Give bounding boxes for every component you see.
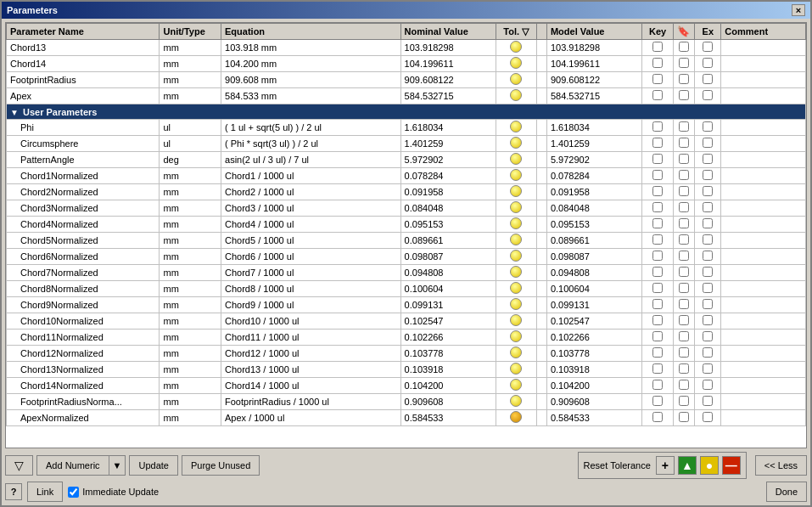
fav-cell[interactable]: [674, 233, 695, 249]
add-numeric-button[interactable]: Add Numeric: [36, 455, 109, 476]
key-checkbox[interactable]: [652, 90, 663, 100]
key-checkbox[interactable]: [652, 170, 663, 180]
ex-checkbox[interactable]: [703, 363, 713, 374]
ex-checkbox[interactable]: [703, 251, 713, 261]
comment-cell[interactable]: [721, 72, 806, 88]
link-button[interactable]: Link: [27, 482, 63, 502]
ex-cell[interactable]: [695, 168, 721, 184]
fav-checkbox[interactable]: [679, 186, 689, 196]
fav-checkbox[interactable]: [679, 251, 689, 261]
tol-yellow-button[interactable]: ●: [700, 456, 719, 475]
key-checkbox[interactable]: [652, 74, 663, 84]
ex-checkbox[interactable]: [703, 283, 713, 293]
key-cell[interactable]: [641, 168, 673, 184]
ex-cell[interactable]: [695, 40, 721, 56]
fav-cell[interactable]: [674, 40, 695, 56]
ex-cell[interactable]: [695, 56, 721, 72]
ex-cell[interactable]: [695, 217, 721, 233]
key-checkbox[interactable]: [652, 58, 663, 68]
fav-checkbox[interactable]: [679, 218, 689, 228]
equation-cell[interactable]: 104.200 mm: [221, 56, 401, 72]
key-cell[interactable]: [641, 184, 673, 200]
fav-checkbox[interactable]: [679, 90, 689, 100]
comment-cell[interactable]: [721, 168, 806, 184]
param-name-cell[interactable]: Chord2Normalized: [7, 184, 160, 200]
key-cell[interactable]: [641, 362, 673, 378]
param-name-cell[interactable]: Chord7Normalized: [7, 265, 160, 281]
equation-cell[interactable]: 103.918 mm: [221, 40, 401, 56]
equation-cell[interactable]: asin(2 ul / 3 ul) / 7 ul: [221, 152, 401, 168]
param-name-cell[interactable]: Chord3Normalized: [7, 200, 160, 217]
fav-cell[interactable]: [674, 56, 695, 72]
fav-checkbox[interactable]: [679, 74, 689, 84]
key-cell[interactable]: [641, 394, 673, 410]
ex-cell[interactable]: [695, 233, 721, 249]
fav-checkbox[interactable]: [679, 283, 689, 293]
ex-checkbox[interactable]: [703, 315, 713, 325]
ex-checkbox[interactable]: [703, 186, 713, 196]
ex-checkbox[interactable]: [703, 299, 713, 309]
key-cell[interactable]: [641, 136, 673, 152]
key-checkbox[interactable]: [652, 251, 663, 261]
expand-icon[interactable]: ▼: [10, 108, 19, 117]
key-cell[interactable]: [641, 346, 673, 362]
equation-cell[interactable]: Chord1 / 1000 ul: [221, 168, 401, 184]
ex-cell[interactable]: [695, 362, 721, 378]
fav-cell[interactable]: [674, 378, 695, 394]
param-name-cell[interactable]: Chord14: [7, 56, 160, 72]
key-cell[interactable]: [641, 56, 673, 72]
table-row[interactable]: Chord11Normalized mm Chord11 / 1000 ul 0…: [7, 330, 806, 346]
ex-cell[interactable]: [695, 200, 721, 217]
key-checkbox[interactable]: [652, 315, 663, 325]
ex-checkbox[interactable]: [703, 234, 713, 245]
key-checkbox[interactable]: [652, 412, 663, 422]
equation-cell[interactable]: Chord11 / 1000 ul: [221, 330, 401, 346]
key-cell[interactable]: [641, 120, 673, 136]
ex-cell[interactable]: [695, 88, 721, 104]
param-name-cell[interactable]: Chord11Normalized: [7, 330, 160, 346]
table-row[interactable]: Chord6Normalized mm Chord6 / 1000 ul 0.0…: [7, 249, 806, 265]
comment-cell[interactable]: [721, 265, 806, 281]
ex-cell[interactable]: [695, 184, 721, 200]
fav-cell[interactable]: [674, 168, 695, 184]
table-row[interactable]: PatternAngle deg asin(2 ul / 3 ul) / 7 u…: [7, 152, 806, 168]
fav-cell[interactable]: [674, 265, 695, 281]
fav-cell[interactable]: [674, 297, 695, 313]
table-row[interactable]: Chord4Normalized mm Chord4 / 1000 ul 0.0…: [7, 217, 806, 233]
close-button[interactable]: ×: [792, 4, 805, 16]
equation-cell[interactable]: Chord8 / 1000 ul: [221, 281, 401, 297]
fav-cell[interactable]: [674, 136, 695, 152]
key-cell[interactable]: [641, 217, 673, 233]
param-name-cell[interactable]: PatternAngle: [7, 152, 160, 168]
comment-cell[interactable]: [721, 56, 806, 72]
ex-checkbox[interactable]: [703, 138, 713, 148]
key-checkbox[interactable]: [652, 121, 663, 132]
fav-checkbox[interactable]: [679, 380, 689, 390]
ex-cell[interactable]: [695, 410, 721, 426]
table-row[interactable]: Chord12Normalized mm Chord12 / 1000 ul 0…: [7, 346, 806, 362]
header-tol[interactable]: Tol. ▽: [496, 24, 536, 40]
fav-checkbox[interactable]: [679, 138, 689, 148]
comment-cell[interactable]: [721, 152, 806, 168]
tol-plus-button[interactable]: +: [656, 456, 675, 475]
fav-cell[interactable]: [674, 249, 695, 265]
ex-cell[interactable]: [695, 152, 721, 168]
fav-cell[interactable]: [674, 313, 695, 330]
ex-cell[interactable]: [695, 297, 721, 313]
purge-unused-button[interactable]: Purge Unused: [182, 455, 260, 476]
comment-cell[interactable]: [721, 313, 806, 330]
key-cell[interactable]: [641, 88, 673, 104]
key-checkbox[interactable]: [652, 283, 663, 293]
param-name-cell[interactable]: FootprintRadius: [7, 72, 160, 88]
comment-cell[interactable]: [721, 233, 806, 249]
fav-cell[interactable]: [674, 330, 695, 346]
ex-checkbox[interactable]: [703, 42, 713, 52]
fav-checkbox[interactable]: [679, 396, 689, 406]
table-row[interactable]: Chord14 mm 104.200 mm 104.199611 104.199…: [7, 56, 806, 72]
key-cell[interactable]: [641, 330, 673, 346]
key-checkbox[interactable]: [652, 363, 663, 374]
fav-checkbox[interactable]: [679, 412, 689, 422]
key-checkbox[interactable]: [652, 299, 663, 309]
equation-cell[interactable]: Chord10 / 1000 ul: [221, 313, 401, 330]
table-row[interactable]: Phi ul ( 1 ul + sqrt(5 ul) ) / 2 ul 1.61…: [7, 120, 806, 136]
